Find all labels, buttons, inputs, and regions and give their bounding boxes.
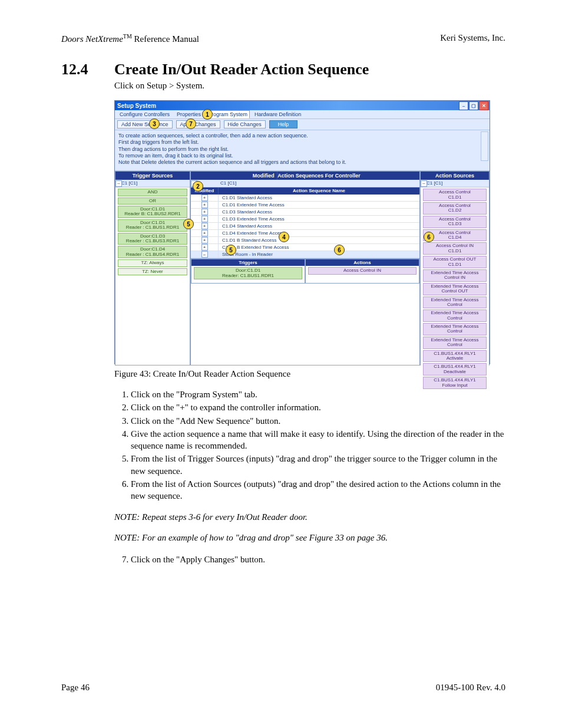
action-item[interactable]: C1.BUS1.4X4.RLY1Follow Input (423, 377, 487, 389)
sequences-panel: ModifiedAction Sequences For Controller … (190, 171, 420, 365)
step-item: Give the action sequence a name that wil… (131, 428, 505, 452)
action-item[interactable]: Extended Time AccessControl (423, 309, 487, 322)
callout-6: 6 (334, 245, 345, 255)
minus-icon[interactable]: – (115, 180, 122, 187)
trigger-item[interactable]: Door:C1.D1Reader B: C1.BUS2.RDR1 (118, 206, 187, 218)
action-item[interactable]: Extended Time AccessControl (423, 337, 487, 349)
note-1: NOTE: Repeat steps 3-6 for every In/Out … (114, 512, 505, 522)
action-sources-header: Action Sources (421, 172, 489, 180)
plus-icon[interactable]: + (201, 244, 208, 251)
minimize-icon[interactable]: – (459, 101, 468, 110)
callout-7: 7 (186, 118, 196, 129)
help-panel: To create action sequences, select a con… (115, 130, 490, 171)
callout-3: 3 (149, 118, 160, 129)
footer-rev: 01945-100 Rev. 4.0 (436, 683, 505, 693)
close-icon[interactable]: ✕ (479, 101, 488, 110)
help-button[interactable]: Help (269, 120, 298, 129)
trigger-item[interactable]: AND (118, 189, 187, 196)
help-scrollbar[interactable] (481, 131, 488, 161)
section-heading: 12.4Create In/Out Reader Action Sequence (61, 61, 505, 78)
note-2: NOTE: For an example of how to "drag and… (114, 533, 505, 543)
sequence-row-new[interactable]: –Stock Room - In Reader (191, 251, 419, 258)
trigger-sources-header: Trigger Sources (115, 172, 190, 180)
action-item[interactable]: Access ControlC1.D3 (423, 216, 487, 228)
intro-text: Click on Setup > System. (114, 81, 505, 91)
step-item: Click on the "Apply Changes" button. (131, 554, 505, 565)
dropped-trigger[interactable]: Door:C1.D1Reader: C1.BUS1.RDR1 (194, 267, 302, 279)
sequence-row[interactable]: +C1.D1 Extended Time Access (191, 202, 419, 209)
sequence-row[interactable]: +C1.D4 Standard Access (191, 223, 419, 230)
step-item: Click on the "+" to expand the controlle… (131, 401, 505, 413)
action-item[interactable]: Extended Time AccessControl OUT (423, 283, 487, 295)
sequence-row[interactable]: +C1.D3 Extended Time Access (191, 216, 419, 223)
tab-hardware-definition[interactable]: Hardware Definition (252, 110, 303, 118)
tab-strip: Configure Controllers Properties Program… (115, 110, 490, 119)
action-item[interactable]: Access ControlC1.D2 (423, 202, 487, 215)
minus-icon[interactable]: – (201, 251, 208, 258)
action-controller-row[interactable]: –C1 [C1] (421, 180, 489, 187)
trigger-item[interactable]: TZ: Always (118, 259, 187, 266)
trigger-item[interactable]: OR (118, 197, 187, 205)
action-item[interactable]: Extended Time AccessControl IN (423, 269, 487, 282)
action-item[interactable]: Access Control INC1.D1 (423, 242, 487, 255)
plus-icon[interactable]: + (201, 237, 208, 243)
header-left: Doors NetXtremeTM Reference Manual (61, 33, 199, 44)
trigger-item[interactable]: Door:C1.D4Reader : C1.BUS4.RDR1 (118, 246, 187, 258)
step-item: Click on the "Add New Sequence" button. (131, 415, 505, 427)
page-footer: Page 46 01945-100 Rev. 4.0 (61, 683, 505, 693)
apply-changes-button[interactable]: Apply Changes (176, 120, 220, 129)
trigger-controller-row[interactable]: –C1 [C1] (115, 180, 190, 187)
plus-icon[interactable]: + (201, 216, 208, 222)
action-source-list[interactable]: Access ControlC1.D1 Access ControlC1.D2 … (421, 187, 489, 390)
callout-5b: 5 (226, 245, 236, 255)
hide-changes-button[interactable]: Hide Changes (224, 120, 266, 129)
toolbar: Add New Sequence Apply Changes Hide Chan… (115, 119, 490, 130)
setup-system-window: Setup System – ▢ ✕ Configure Controllers… (114, 100, 490, 364)
sequence-row[interactable]: +C1.D4 Extended Time Access (191, 230, 419, 237)
footer-page: Page 46 (61, 683, 90, 693)
callout-5: 5 (183, 219, 194, 229)
plus-icon[interactable]: + (201, 209, 208, 215)
step-item: From the list of Action Sources (outputs… (131, 478, 505, 502)
action-item[interactable]: Access Control OUTC1.D1 (423, 256, 487, 268)
action-item[interactable]: C1.BUS1.4X4.RLY1Deactivate (423, 363, 487, 375)
add-new-sequence-button[interactable]: Add New Sequence (117, 120, 173, 129)
plus-icon[interactable]: + (201, 223, 208, 229)
sequence-row[interactable]: +C1.D3 Standard Access (191, 209, 419, 216)
steps-list: Click on the "Program System" tab. Click… (114, 388, 505, 502)
window-title: Setup System (117, 103, 156, 109)
plus-icon[interactable]: + (201, 202, 208, 208)
trigger-item[interactable]: TZ: Never (118, 268, 187, 275)
sequences-controller-row[interactable]: –C1 [C1] (191, 180, 419, 187)
sequence-row[interactable]: +C1.D1 Standard Access (191, 195, 419, 202)
triggers-column[interactable]: Triggers Door:C1.D1Reader: C1.BUS1.RDR1 (191, 259, 305, 284)
trigger-source-list[interactable]: AND OR Door:C1.D1Reader B: C1.BUS2.RDR1 … (115, 187, 190, 365)
page-header: Doors NetXtremeTM Reference Manual Keri … (61, 33, 505, 44)
tab-configure-controllers[interactable]: Configure Controllers (117, 110, 172, 118)
callout-2: 2 (193, 181, 203, 192)
action-item[interactable]: Access ControlC1.D1 (423, 189, 487, 201)
action-item[interactable]: C1.BUS1.4X4.RLY1Activate (423, 350, 487, 363)
steps-list-cont: Click on the "Apply Changes" button. (114, 554, 505, 565)
action-item[interactable]: Extended Time AccessControl (423, 323, 487, 335)
action-item[interactable]: Extended Time AccessControl (423, 297, 487, 309)
minus-icon[interactable]: – (421, 180, 427, 187)
callout-1: 1 (202, 109, 213, 120)
plus-icon[interactable]: + (201, 195, 208, 201)
step-item: From the list of Trigger Sources (inputs… (131, 453, 505, 477)
maximize-icon[interactable]: ▢ (469, 101, 478, 110)
action-sources-panel: Action Sources –C1 [C1] Access ControlC1… (420, 171, 490, 365)
actions-column[interactable]: Actions Access Control IN (305, 259, 419, 284)
trigger-item[interactable]: Door:C1.D3Reader : C1.BUS3.RDR1 (118, 233, 187, 245)
sequence-row[interactable]: +C1.D1 B Standard Access (191, 237, 419, 244)
callout-4: 4 (279, 232, 289, 242)
plus-icon[interactable]: + (201, 230, 208, 236)
dropped-action[interactable]: Access Control IN (308, 267, 416, 274)
trigger-sources-panel: Trigger Sources –C1 [C1] AND OR Door:C1.… (115, 171, 190, 365)
trigger-item[interactable]: Door:C1.D1Reader : C1.BUS1.RDR1 (118, 219, 187, 232)
tab-properties[interactable]: Properties (174, 110, 203, 118)
header-right: Keri Systems, Inc. (440, 33, 505, 44)
window-titlebar: Setup System – ▢ ✕ (115, 101, 490, 110)
step-item: Click on the "Program System" tab. (131, 388, 505, 400)
figure-43: Setup System – ▢ ✕ Configure Controllers… (114, 100, 505, 364)
